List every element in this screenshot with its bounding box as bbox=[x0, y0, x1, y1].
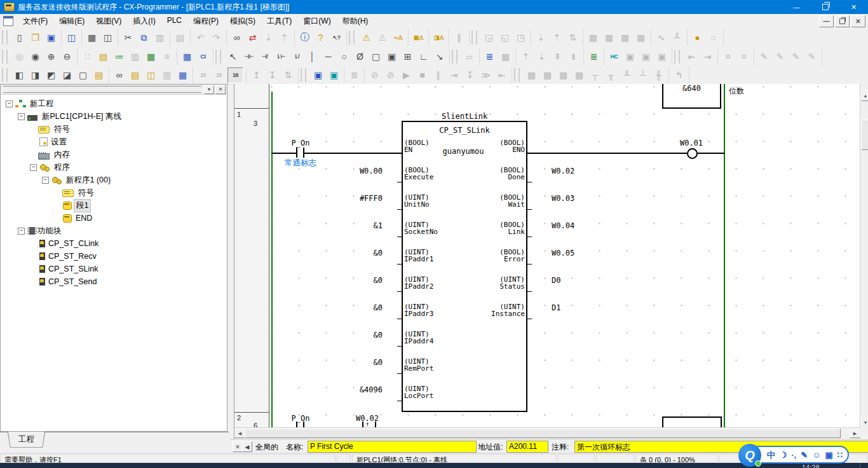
tree-item-符号[interactable]: 符号 bbox=[1, 186, 227, 199]
force-off-button[interactable]: ⇣ bbox=[534, 50, 549, 64]
program-check-button[interactable]: ◲ bbox=[482, 31, 496, 45]
show-comment-instruction-button[interactable]: CI bbox=[196, 50, 210, 64]
sim-stop-button[interactable]: ■ bbox=[415, 68, 430, 83]
monitor-view-3-button[interactable]: ▩ bbox=[556, 68, 571, 83]
rung-down-button[interactable]: ≡ bbox=[736, 50, 751, 64]
operand-W0.00[interactable]: W0.00 bbox=[308, 167, 383, 176]
new-button[interactable]: ▯ bbox=[12, 31, 27, 45]
online-edit-button[interactable]: ◨⚠ bbox=[431, 31, 446, 45]
toolbar-grip[interactable] bbox=[2, 50, 8, 64]
tree-item-新工程[interactable]: −新工程 bbox=[1, 97, 227, 110]
scroll-up-button[interactable]: ▲ bbox=[861, 90, 868, 101]
vertical-scrollbar[interactable]: ▲ ▼ bbox=[860, 84, 868, 427]
monitor-window-ok-button[interactable]: ▣ bbox=[654, 50, 669, 64]
program-verify-button[interactable]: ◳ bbox=[513, 31, 528, 45]
monitor-view-2-button[interactable]: ▩ bbox=[540, 68, 555, 83]
debug-hand-1-button[interactable]: ⊘ bbox=[367, 68, 382, 83]
operand-&4096[interactable]: &4096 bbox=[308, 385, 383, 394]
refbar-back-button[interactable]: ◀ bbox=[242, 441, 252, 452]
display-io-1-button[interactable]: ▦ bbox=[586, 31, 600, 45]
contact-p-on-label[interactable]: P_On bbox=[286, 139, 315, 148]
tree-item-符号[interactable]: 符号 bbox=[1, 123, 227, 135]
pause-monitor-button[interactable]: ∥ bbox=[452, 31, 466, 45]
indent-right-button[interactable]: ⇥ bbox=[700, 50, 715, 64]
toolbar-grip[interactable] bbox=[349, 31, 355, 45]
rung-up-button[interactable]: ≡ bbox=[721, 50, 735, 64]
edit-pen-1-button[interactable]: ✎ bbox=[757, 50, 771, 64]
scroll-right-button[interactable]: ▶ bbox=[850, 429, 860, 438]
vertical-scroll-thumb[interactable] bbox=[861, 120, 868, 150]
fb-parameter-button[interactable]: ⊞ bbox=[400, 50, 415, 64]
horizontal-scroll-thumb[interactable] bbox=[245, 429, 841, 438]
save-button[interactable]: ▣ bbox=[44, 31, 58, 45]
diff-monitor-1-button[interactable]: ┬ bbox=[588, 68, 602, 83]
context-help-button[interactable]: ↖? bbox=[329, 31, 344, 45]
partial-verify-button[interactable]: ⇅ bbox=[566, 31, 580, 45]
edit-pen-2-button[interactable]: ✎ bbox=[773, 50, 787, 64]
operand-&0[interactable]: &0 bbox=[308, 276, 383, 285]
operand-&0[interactable]: &0 bbox=[308, 249, 383, 258]
contact-no-button[interactable]: ⊣⊢ bbox=[241, 50, 256, 64]
coil-closed-button[interactable]: Ø bbox=[353, 50, 367, 64]
monitor-signed-decimal-button[interactable]: 10 bbox=[212, 68, 226, 83]
window-tree-button[interactable]: ≡ bbox=[159, 50, 174, 64]
cross-reference-button[interactable]: ∞ bbox=[112, 68, 126, 83]
menu-item-9[interactable]: 窗口(W) bbox=[297, 15, 336, 28]
about-button[interactable]: ⓘ bbox=[297, 31, 312, 45]
find-prev-button[interactable]: ⇣ bbox=[261, 31, 276, 45]
force-cancel-button[interactable]: ⇞ bbox=[550, 50, 565, 64]
set-password-button[interactable]: ● bbox=[690, 31, 705, 45]
set-value-button[interactable]: ⇟ bbox=[566, 50, 581, 64]
toolbar-grip[interactable] bbox=[471, 31, 477, 45]
operand-&0[interactable]: &0 bbox=[308, 358, 383, 367]
menu-item-3[interactable]: 视图(V) bbox=[90, 15, 127, 28]
toolbox-grid-icon[interactable]: ∷ bbox=[837, 451, 843, 459]
print-preview-button[interactable]: ◫ bbox=[100, 31, 115, 45]
diff-monitor-4-button[interactable]: ┴ bbox=[635, 68, 650, 83]
tree-item-CP_ST_Send[interactable]: CP_ST_Send bbox=[1, 275, 227, 288]
rung-margin[interactable]: 1 3 2 6 bbox=[234, 84, 269, 427]
monitor-decimal-button[interactable]: 10 bbox=[196, 68, 210, 83]
transfer-to-plc-button[interactable]: ▣⚠ bbox=[411, 31, 426, 45]
monitor-hex-format-button[interactable]: 16 bbox=[227, 67, 243, 83]
workspace-grip[interactable] bbox=[3, 86, 201, 93]
contact-or-no-button[interactable]: ⇂⊢ bbox=[273, 50, 288, 64]
refbar-addr-field[interactable]: A200.11 bbox=[506, 441, 548, 453]
tree-expander-icon[interactable]: − bbox=[18, 113, 25, 120]
partial-transfer-up-button[interactable]: ⇡ bbox=[550, 31, 564, 45]
time-chart-monitor-button[interactable]: ╨ bbox=[670, 31, 684, 45]
value-display-button[interactable]: ▦ bbox=[175, 68, 190, 83]
tree-item-内存[interactable]: 内存 bbox=[1, 148, 227, 161]
select-tool-button[interactable]: ↖ bbox=[226, 50, 240, 64]
window-arrange-button[interactable]: ◩ bbox=[44, 68, 58, 83]
tree-item-新程序1 (00)[interactable]: −新程序1 (00) bbox=[1, 174, 227, 186]
minimize-button[interactable]: — bbox=[782, 0, 811, 14]
grid-button[interactable]: ∷ bbox=[80, 50, 95, 64]
simulator-window-button[interactable]: ≣ bbox=[347, 68, 362, 83]
close-button[interactable]: ✕ bbox=[839, 0, 868, 14]
work-online-simulator-button[interactable]: ▣ bbox=[311, 68, 325, 83]
paste-special-button[interactable]: ▤ bbox=[173, 31, 187, 45]
tree-item-CP_ST_CLink[interactable]: CP_ST_CLink bbox=[1, 237, 227, 250]
show-mnemonics-button[interactable]: ▦ bbox=[180, 50, 194, 64]
program-transfer-button[interactable]: ◱ bbox=[498, 31, 512, 45]
monitor-hex-button[interactable]: HC bbox=[607, 50, 621, 64]
menu-item-8[interactable]: 工具(T) bbox=[261, 15, 297, 28]
toolbar-grip[interactable] bbox=[452, 50, 458, 64]
compile-all-programs-button[interactable]: ⚠ bbox=[375, 31, 390, 45]
emoji-icon[interactable]: ☺ bbox=[812, 451, 820, 459]
output-coil[interactable] bbox=[687, 148, 698, 159]
rung-wrap-button[interactable]: ▥ bbox=[159, 68, 174, 83]
operand-W0.02[interactable]: W0.02 bbox=[552, 167, 615, 176]
toolbar-grip[interactable] bbox=[301, 68, 306, 82]
toolbar-grip[interactable] bbox=[2, 31, 8, 45]
sim-pause-button[interactable]: ∥ bbox=[431, 68, 445, 83]
chinese-mode-icon[interactable]: 中 bbox=[767, 451, 775, 459]
continuous-step-button[interactable]: ≫ bbox=[478, 68, 493, 83]
ladder-canvas[interactable]: &640 位数 P_On 常通标志 SlientLink CP_ST_SLink… bbox=[269, 84, 860, 427]
mdi-child-icon[interactable] bbox=[3, 16, 13, 26]
zoom-fit-button[interactable]: ◎ bbox=[12, 50, 27, 64]
scroll-down-button[interactable]: ▼ bbox=[861, 417, 868, 428]
differential-up-button[interactable]: ↥ bbox=[249, 68, 264, 83]
menu-item-2[interactable]: 编辑(E) bbox=[53, 15, 90, 28]
